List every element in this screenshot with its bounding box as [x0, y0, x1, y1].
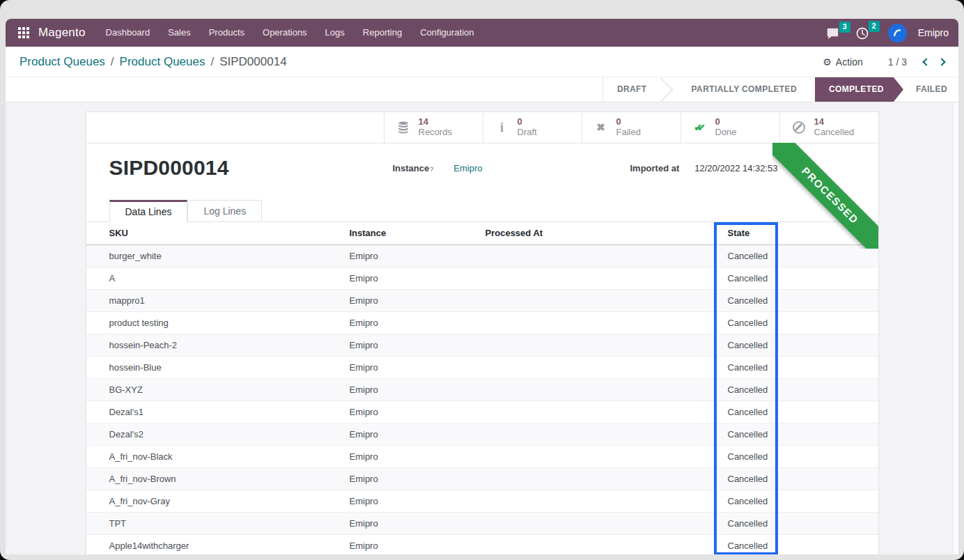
- cell-sku[interactable]: TPT: [86, 512, 350, 534]
- cell-instance[interactable]: Emipro: [350, 267, 485, 289]
- cell-state[interactable]: Cancelled: [716, 400, 778, 423]
- cell-instance[interactable]: Emipro: [350, 289, 485, 311]
- cell-sku[interactable]: Apple14withcharger: [86, 534, 350, 554]
- cell-processed-at[interactable]: [485, 423, 716, 445]
- cell-state[interactable]: Cancelled: [716, 356, 778, 378]
- table-row[interactable]: AEmiproCancelled: [86, 267, 878, 289]
- cell-processed-at[interactable]: [485, 467, 716, 490]
- table-row[interactable]: A_fri_nov-GrayEmiproCancelled: [86, 490, 878, 512]
- cell-state[interactable]: Cancelled: [716, 423, 778, 445]
- cell-sku[interactable]: Dezal's1: [86, 400, 350, 423]
- cell-sku[interactable]: mappro1: [86, 289, 350, 311]
- table-row[interactable]: mappro1EmiproCancelled: [86, 289, 878, 311]
- messages-button[interactable]: 3: [822, 24, 846, 42]
- cell-instance[interactable]: Emipro: [350, 311, 485, 334]
- menu-item-logs[interactable]: Logs: [316, 19, 354, 47]
- cell-sku[interactable]: Dezal's2: [86, 423, 350, 445]
- column-header-instance[interactable]: Instance: [350, 222, 485, 244]
- cell-instance[interactable]: Emipro: [350, 334, 485, 356]
- activities-button[interactable]: 2: [852, 23, 876, 42]
- action-button[interactable]: ⚙ Action: [823, 56, 862, 68]
- cell-processed-at[interactable]: [485, 378, 716, 400]
- pager-next-icon[interactable]: [938, 58, 945, 65]
- cell-sku[interactable]: A_fri_nov-Brown: [86, 467, 350, 490]
- cell-processed-at[interactable]: [485, 289, 716, 311]
- cell-state[interactable]: Cancelled: [716, 267, 778, 289]
- table-row[interactable]: Dezal's1EmiproCancelled: [86, 400, 878, 423]
- cell-processed-at[interactable]: [485, 311, 716, 334]
- table-row[interactable]: burger_whiteEmiproCancelled: [86, 244, 878, 267]
- cell-state[interactable]: Cancelled: [716, 289, 778, 311]
- cell-sku[interactable]: A: [86, 267, 350, 289]
- menu-item-dashboard[interactable]: Dashboard: [97, 19, 160, 47]
- menu-item-products[interactable]: Products: [200, 19, 254, 47]
- cell-state[interactable]: Cancelled: [716, 534, 778, 554]
- cell-sku[interactable]: hossein-Peach-2: [86, 334, 350, 356]
- column-header-state[interactable]: State: [716, 222, 778, 244]
- cell-state[interactable]: Cancelled: [716, 244, 778, 267]
- done-stat-button[interactable]: ✔✔ 0 Done: [681, 112, 779, 143]
- cell-processed-at[interactable]: [485, 512, 716, 534]
- cell-instance[interactable]: Emipro: [350, 534, 485, 554]
- apps-grid-icon[interactable]: [18, 27, 30, 39]
- cell-processed-at[interactable]: [485, 490, 716, 512]
- column-header-processed-at[interactable]: Processed At: [485, 222, 716, 244]
- menu-item-reporting[interactable]: Reporting: [354, 19, 411, 47]
- cell-state[interactable]: Cancelled: [716, 467, 778, 490]
- cell-processed-at[interactable]: [485, 445, 716, 467]
- cell-processed-at[interactable]: [485, 244, 716, 267]
- cell-processed-at[interactable]: [485, 534, 716, 554]
- cell-state[interactable]: Cancelled: [716, 311, 778, 334]
- cell-instance[interactable]: Emipro: [350, 445, 485, 467]
- cell-state[interactable]: Cancelled: [716, 445, 778, 467]
- menu-item-configuration[interactable]: Configuration: [411, 19, 483, 47]
- cell-state[interactable]: Cancelled: [716, 334, 778, 356]
- cell-sku[interactable]: A_fri_nov-Gray: [86, 490, 350, 512]
- cell-sku[interactable]: hossein-Blue: [86, 356, 350, 378]
- table-row[interactable]: Apple14withchargerEmiproCancelled: [86, 534, 878, 554]
- cell-state[interactable]: Cancelled: [716, 512, 778, 534]
- user-menu[interactable]: Emipro: [918, 27, 949, 38]
- tab-data-lines[interactable]: Data Lines: [109, 200, 188, 222]
- cell-instance[interactable]: Emipro: [350, 490, 485, 512]
- cell-instance[interactable]: Emipro: [350, 512, 485, 534]
- cell-instance[interactable]: Emipro: [350, 378, 485, 400]
- table-row[interactable]: hossein-BlueEmiproCancelled: [86, 356, 878, 378]
- cell-processed-at[interactable]: [485, 400, 716, 423]
- breadcrumb-link-product-queues-1[interactable]: Product Queues: [20, 55, 105, 69]
- cell-sku[interactable]: product testing: [86, 311, 350, 334]
- cell-sku[interactable]: A_fri_nov-Black: [86, 445, 350, 467]
- table-row[interactable]: A_fri_nov-BlackEmiproCancelled: [86, 445, 878, 467]
- breadcrumb-link-product-queues-2[interactable]: Product Queues: [120, 55, 205, 69]
- failed-stat-button[interactable]: ✖ 0 Failed: [582, 112, 681, 143]
- table-row[interactable]: Dezal's2EmiproCancelled: [86, 423, 878, 445]
- stage-failed[interactable]: FAILED: [903, 77, 958, 102]
- cell-sku[interactable]: burger_white: [86, 244, 350, 267]
- app-brand[interactable]: Magento: [38, 26, 86, 40]
- cell-instance[interactable]: Emipro: [350, 244, 485, 267]
- stage-draft[interactable]: DRAFT: [603, 77, 661, 102]
- records-stat-button[interactable]: 14 Records: [384, 112, 483, 143]
- table-row[interactable]: A_fri_nov-BrownEmiproCancelled: [86, 467, 878, 490]
- table-row[interactable]: hossein-Peach-2EmiproCancelled: [86, 334, 878, 356]
- table-row[interactable]: TPTEmiproCancelled: [86, 512, 878, 534]
- pager-previous-icon[interactable]: [922, 58, 930, 65]
- scrollbar[interactable]: [953, 102, 958, 554]
- cell-processed-at[interactable]: [485, 334, 716, 356]
- cell-instance[interactable]: Emipro: [350, 400, 485, 423]
- tab-log-lines[interactable]: Log Lines: [187, 200, 262, 221]
- cell-state[interactable]: Cancelled: [716, 490, 778, 512]
- stage-partially-completed[interactable]: PARTIALLY COMPLETED: [678, 77, 811, 102]
- cell-instance[interactable]: Emipro: [350, 467, 485, 490]
- cell-sku[interactable]: BG-XYZ: [86, 378, 350, 400]
- stage-completed-active[interactable]: COMPLETED: [815, 77, 903, 102]
- menu-item-operations[interactable]: Operations: [254, 19, 316, 47]
- cell-state[interactable]: Cancelled: [716, 378, 778, 400]
- cancelled-stat-button[interactable]: 14 Cancelled: [779, 112, 878, 143]
- draft-stat-button[interactable]: i 0 Draft: [483, 112, 582, 143]
- table-row[interactable]: BG-XYZEmiproCancelled: [86, 378, 878, 400]
- column-header-sku[interactable]: SKU: [86, 222, 350, 244]
- cell-instance[interactable]: Emipro: [350, 356, 485, 378]
- table-row[interactable]: product testingEmiproCancelled: [86, 311, 878, 334]
- user-avatar[interactable]: [888, 24, 907, 42]
